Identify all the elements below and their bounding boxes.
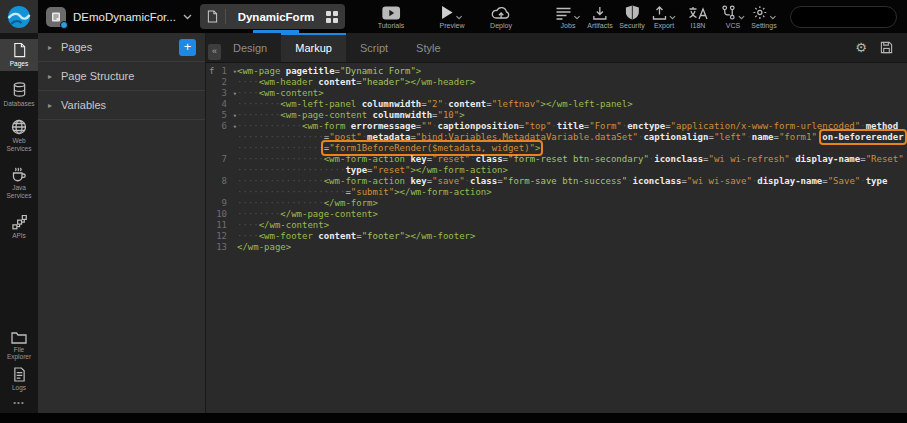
- play-icon: [441, 5, 454, 20]
- sidebar-item-label: Pages: [10, 60, 28, 68]
- user-area-redacted: [790, 6, 897, 28]
- grid-icon[interactable]: [326, 11, 338, 23]
- shield-icon: [625, 5, 639, 20]
- code-line: 12····<wm-footer content="footer"></wm-f…: [206, 231, 907, 242]
- top-toolbar: DEmoDynamicFor... DynamicForm TutorialsP…: [0, 0, 907, 33]
- panel-section-pages[interactable]: ▸Pages+: [38, 33, 205, 62]
- toolbar-item-label: Jobs: [561, 22, 576, 29]
- line-number-gutter: 13: [206, 242, 237, 253]
- toolbar-item-label: Export: [654, 22, 674, 29]
- toolbar-item-label: VCS: [726, 22, 740, 29]
- toolbar-item-security[interactable]: Security: [619, 5, 644, 29]
- sidebar-item-label: APIs: [12, 232, 26, 240]
- line-number-gutter: 9: [206, 198, 237, 209]
- database-icon: [12, 82, 27, 98]
- toolbar-item-tutorials[interactable]: Tutorials: [378, 5, 405, 29]
- panel-section-variables[interactable]: ▸Variables: [38, 91, 205, 120]
- expand-triangle-icon[interactable]: ▸: [48, 72, 52, 81]
- editor-actions: ⚙: [855, 33, 907, 62]
- wavemaker-logo[interactable]: [0, 0, 38, 33]
- sidebar-item-label: Databases: [3, 100, 34, 108]
- translate-icon: [688, 6, 708, 20]
- jobs-list-icon: [556, 7, 572, 20]
- code-line: f1▾<wm-page pagetitle="Dynamic Form">: [206, 66, 907, 77]
- sidebar-item-logs[interactable]: Logs: [0, 364, 38, 395]
- log-file-icon: [13, 367, 26, 382]
- toolbar-item-label: Preview: [440, 22, 465, 29]
- sidebar-item-file-explorer[interactable]: File Explorer: [0, 327, 38, 364]
- code-editor-text[interactable]: f1▾<wm-page pagetitle="Dynamic Form">2··…: [206, 63, 907, 413]
- project-selector[interactable]: DEmoDynamicFor...: [46, 0, 192, 33]
- chevron-down-icon: [669, 15, 676, 20]
- code-line: ····················type="reset"></wm-fo…: [206, 165, 907, 176]
- code-line: 7················<wm-form-action key="re…: [206, 154, 907, 165]
- api-nodes-icon: [12, 215, 27, 230]
- line-number-gutter: 5▾: [206, 110, 237, 121]
- bottom-edge: [0, 413, 907, 423]
- wavemaker-wave-icon: [7, 5, 31, 29]
- code-line: 8················<wm-form-action key="sa…: [206, 176, 907, 187]
- code-line: 2····<wm-header content="header"></wm-he…: [206, 77, 907, 88]
- chevron-down-icon: [769, 15, 776, 20]
- markup-editor: « DesignMarkupScriptStyle ⚙ f1▾<wm-page …: [205, 33, 907, 413]
- video-tutorials-icon: [382, 6, 401, 20]
- markup-settings-gear-icon[interactable]: ⚙: [855, 40, 867, 55]
- line-number-gutter: 6▾: [206, 121, 237, 132]
- sidebar-more-dots-icon[interactable]: •••: [0, 394, 38, 413]
- panel-section-page-structure[interactable]: ▸Page Structure: [38, 62, 205, 91]
- toolbar-item-label: I18N: [691, 22, 706, 29]
- add-page-button[interactable]: +: [179, 39, 196, 56]
- panel-section-label: Variables: [61, 99, 106, 111]
- chevron-down-icon: [183, 14, 192, 20]
- toolbar-item-artifacts[interactable]: Artifacts: [587, 5, 612, 29]
- toolbar-item-vcs[interactable]: VCS: [721, 5, 745, 29]
- sidebar-item-apis[interactable]: APIs: [0, 212, 38, 243]
- code-line: 9················</wm-form>: [206, 198, 907, 209]
- pages-icon: [12, 42, 27, 58]
- panel-section-label: Page Structure: [61, 70, 134, 82]
- branch-icon: [721, 5, 736, 20]
- toolbar-item-deploy[interactable]: Deploy: [490, 5, 512, 29]
- toolbar-item-label: Deploy: [490, 22, 512, 29]
- open-page-tab[interactable]: DynamicForm: [200, 4, 345, 29]
- toolbar-item-jobs[interactable]: Jobs: [556, 5, 581, 29]
- tab-style[interactable]: Style: [402, 33, 454, 62]
- expand-triangle-icon[interactable]: ▸: [48, 101, 52, 110]
- toolbar-item-preview[interactable]: Preview: [440, 5, 465, 29]
- line-number-gutter: f1▾: [206, 66, 237, 77]
- document-icon: [207, 10, 218, 23]
- gear-icon: [752, 5, 767, 20]
- line-number-gutter: 3▾: [206, 88, 237, 99]
- editor-tabs: DesignMarkupScriptStyle: [219, 33, 455, 62]
- expand-triangle-icon[interactable]: ▸: [48, 43, 52, 52]
- chevron-down-icon: [574, 15, 581, 20]
- project-icon: [46, 7, 66, 27]
- line-number-gutter: [206, 187, 237, 198]
- code-line: 13</wm-page>: [206, 242, 907, 253]
- sidebar-item-pages[interactable]: Pages: [0, 39, 38, 71]
- chevron-down-icon: [738, 15, 745, 20]
- code-line: ················="post"·metadata="bind:V…: [206, 132, 907, 143]
- tab-design[interactable]: Design: [219, 33, 281, 62]
- code-line: ····················="submit"></wm-form-…: [206, 187, 907, 198]
- annotation-highlight-box: ="form1BeforeRender($metadata, widget)">: [324, 143, 541, 153]
- project-name: DEmoDynamicFor...: [73, 11, 176, 23]
- toolbar-item-export[interactable]: Export: [652, 5, 676, 29]
- code-line: 11····</wm-content>: [206, 220, 907, 231]
- collapse-panel-button[interactable]: «: [208, 44, 221, 60]
- sidebar-item-java-services[interactable]: Java Services: [0, 163, 38, 202]
- line-number-gutter: [206, 165, 237, 176]
- toolbar-item-i18n[interactable]: I18N: [688, 5, 708, 29]
- line-number-gutter: 10: [206, 209, 237, 220]
- toolbar-item-label: Security: [619, 22, 644, 29]
- tab-script[interactable]: Script: [346, 33, 402, 62]
- sidebar-item-label: Web Services: [7, 137, 32, 152]
- sidebar-item-web-services[interactable]: Web Services: [0, 116, 38, 155]
- save-icon[interactable]: [880, 41, 893, 54]
- code-line: 6▾············<wm-form errormessage=""·c…: [206, 121, 907, 132]
- code-line: 3▾····<wm-content>: [206, 88, 907, 99]
- tab-markup[interactable]: Markup: [281, 33, 346, 62]
- line-number-gutter: 11: [206, 220, 237, 231]
- sidebar-item-databases[interactable]: Databases: [0, 79, 38, 111]
- toolbar-item-settings[interactable]: Settings: [751, 5, 776, 29]
